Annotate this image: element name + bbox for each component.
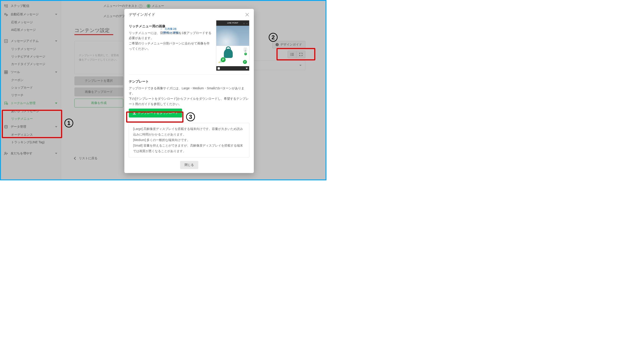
- money-bag-icon: [224, 49, 233, 58]
- note-line1: 元画像1枚: [164, 27, 177, 30]
- home-icon: ⌂: [244, 21, 245, 25]
- point-badge-icon: P: [244, 53, 247, 55]
- modal-close-button[interactable]: 閉じる: [180, 161, 198, 169]
- download-template-button[interactable]: テンプレートをダウンロード: [129, 108, 182, 118]
- note-line2: (PNG or JPG): [162, 31, 179, 34]
- coin-icon: P: [221, 57, 226, 62]
- info-small: [Small] 容量を抑えることができますが、高解像度ディスプレイを搭載する端末…: [133, 143, 245, 154]
- phone-mockup: LINE POINT ⌂ ⌄ P P P: [216, 20, 250, 70]
- modal-section1-p2: ご希望のリッチメニュー分割パターンに合わせて画像を作ってください。: [129, 41, 212, 52]
- download-template-label: テンプレートをダウンロード: [138, 111, 178, 115]
- template-size-info: [Large] 高解像度ディスプレイを搭載する端末向けです。容量が大きいため読み…: [129, 123, 250, 158]
- chevron-down-icon: ⌄: [246, 21, 248, 25]
- modal-section2-heading: テンプレート: [129, 78, 250, 84]
- modal-section2-p2: 下の[テンプレートをダウンロード]からファイルをダウンロードし、希望するテンプレ…: [129, 96, 250, 107]
- original-image-note: ← 元画像1枚 (PNG or JPG): [160, 27, 187, 35]
- info-large: [Large] 高解像度ディスプレイを搭載する端末向けです。容量が大きいため読み…: [133, 126, 245, 137]
- download-icon: [133, 112, 136, 114]
- modal-section2-p1: アップロードできる画像サイズには、Large・Medium・Smallの3パター…: [129, 86, 250, 96]
- arrow-left-icon: ←: [160, 27, 163, 31]
- design-guide-modal: デザインガイド リッチメニュー用の画像 リッチメニューには、背景用に画像を1枚ア…: [124, 9, 254, 173]
- document-icon: [244, 48, 247, 51]
- point-badge-large-icon: P: [243, 60, 247, 64]
- close-icon[interactable]: [245, 12, 250, 17]
- info-medium: [Medium] 多くの一般的な端末向けです。: [133, 137, 245, 143]
- home-square-icon: [218, 67, 220, 70]
- phone-mockup-title: LINE POINT: [227, 21, 238, 25]
- modal-title: デザインガイド: [129, 12, 155, 17]
- chevron-down-icon: [246, 68, 248, 69]
